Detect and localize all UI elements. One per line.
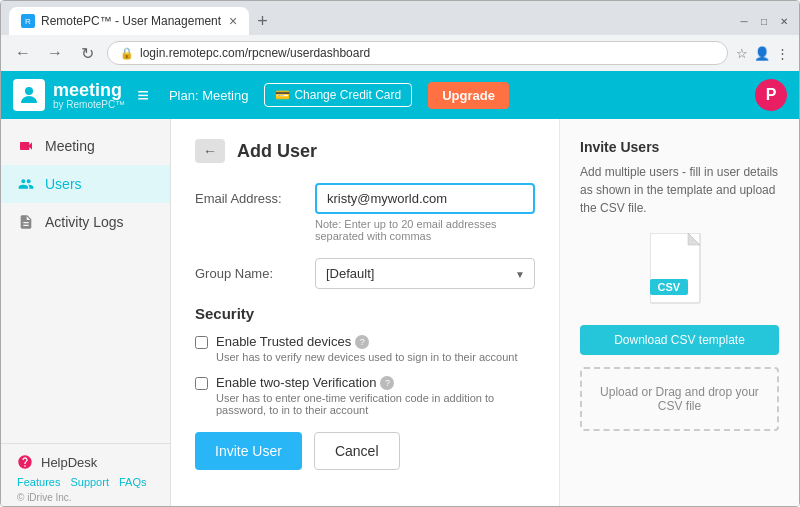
helpdesk-item[interactable]: HelpDesk [17,454,154,470]
csv-file-icon: CSV [650,233,710,311]
download-csv-button[interactable]: Download CSV template [580,325,779,355]
sidebar: Meeting Users Activity Logs [1,119,171,507]
close-window-button[interactable]: ✕ [777,14,791,28]
star-icon[interactable]: ☆ [736,46,748,61]
url-bar[interactable]: 🔒 login.remotepc.com/rpcnew/userdashboar… [107,41,728,65]
csv-icon-area: CSV [580,233,779,311]
trusted-devices-label: Enable Trusted devices ? [216,334,517,349]
window-controls: ─ □ ✕ [737,14,791,28]
hamburger-menu-button[interactable]: ≡ [137,84,149,107]
trusted-devices-content: Enable Trusted devices ? User has to ver… [216,334,517,363]
change-cc-label: Change Credit Card [294,88,401,102]
change-credit-card-button[interactable]: 💳 Change Credit Card [264,83,412,107]
menu-icon[interactable]: ⋮ [776,46,789,61]
left-panel: ← Add User Email Address: Note: Enter up… [171,119,559,507]
support-link[interactable]: Support [70,476,109,488]
activity-logs-icon [17,213,35,231]
lock-icon: 🔒 [120,47,134,60]
sidebar-item-meeting[interactable]: Meeting [1,127,170,165]
favicon-icon: R [21,14,35,28]
page-title: Add User [237,141,317,162]
trusted-devices-row: Enable Trusted devices ? User has to ver… [195,334,535,363]
right-panel: Invite Users Add multiple users - fill i… [559,119,799,507]
header-right: P [755,79,787,111]
forward-nav-button[interactable]: → [43,41,67,65]
page-header: ← Add User [195,139,535,163]
back-nav-button[interactable]: ← [11,41,35,65]
sidebar-bottom: HelpDesk Features Support FAQs © iDrive … [1,443,170,507]
trusted-devices-help-icon[interactable]: ? [355,335,369,349]
plan-info: Plan: Meeting [169,88,249,103]
main-content: ← Add User Email Address: Note: Enter up… [171,119,799,507]
features-link[interactable]: Features [17,476,60,488]
group-field-wrapper: [Default] [315,258,535,289]
new-tab-button[interactable]: + [257,11,268,32]
email-note: Note: Enter up to 20 email addresses sep… [315,218,535,242]
email-input[interactable] [315,183,535,214]
invite-user-button[interactable]: Invite User [195,432,302,470]
tab-title: RemotePC™ - User Management [41,14,221,28]
address-bar-right: ☆ 👤 ⋮ [736,46,789,61]
back-arrow-icon: ← [203,143,217,159]
two-step-desc: User has to enter one-time verification … [216,392,535,416]
minimize-button[interactable]: ─ [737,14,751,28]
email-label: Email Address: [195,183,315,206]
upgrade-button[interactable]: Upgrade [428,82,509,109]
security-section: Security Enable Trusted devices ? User h… [195,305,535,416]
group-select[interactable]: [Default] [315,258,535,289]
maximize-button[interactable]: □ [757,14,771,28]
trusted-devices-desc: User has to verify new devices used to s… [216,351,517,363]
sidebar-nav: Meeting Users Activity Logs [1,119,170,443]
meeting-icon [17,137,35,155]
footer-links: Features Support FAQs [17,476,154,488]
group-label: Group Name: [195,258,315,281]
url-text: login.remotepc.com/rpcnew/userdashboard [140,46,370,60]
two-step-help-icon[interactable]: ? [380,376,394,390]
app-body: Meeting Users Activity Logs [1,119,799,507]
security-title: Security [195,305,535,322]
browser-tab[interactable]: R RemotePC™ - User Management × [9,7,249,35]
email-form-row: Email Address: Note: Enter up to 20 emai… [195,183,535,242]
upload-area[interactable]: Upload or Drag and drop your CSV file [580,367,779,431]
two-step-row: Enable two-step Verification ? User has … [195,375,535,416]
sidebar-item-activity-logs[interactable]: Activity Logs [1,203,170,241]
invite-users-title: Invite Users [580,139,779,155]
credit-card-icon: 💳 [275,88,290,102]
upload-text: Upload or Drag and drop your CSV file [600,385,759,413]
profile-icon[interactable]: 👤 [754,46,770,61]
logo-area: meeting by RemotePC™ [13,79,125,111]
file-svg [650,233,710,308]
close-tab-button[interactable]: × [229,13,237,29]
sidebar-users-label: Users [45,176,82,192]
trusted-devices-checkbox[interactable] [195,336,208,349]
svg-point-0 [25,87,33,95]
two-step-label: Enable two-step Verification ? [216,375,535,390]
action-buttons: Invite User Cancel [195,432,535,470]
copyright-text: © iDrive Inc. [17,492,154,503]
group-form-row: Group Name: [Default] [195,258,535,289]
tab-bar: R RemotePC™ - User Management × + ─ □ ✕ [1,1,799,35]
user-avatar[interactable]: P [755,79,787,111]
app-header: meeting by RemotePC™ ≡ Plan: Meeting 💳 C… [1,71,799,119]
faqs-link[interactable]: FAQs [119,476,147,488]
logo-sub-name: by RemotePC™ [53,99,125,110]
group-select-wrapper: [Default] [315,258,535,289]
header-middle: Plan: Meeting 💳 Change Credit Card Upgra… [169,82,509,109]
refresh-button[interactable]: ↻ [75,41,99,65]
sidebar-meeting-label: Meeting [45,138,95,154]
logo-main-name: meeting [53,81,125,99]
logo-icon [13,79,45,111]
sidebar-activity-logs-label: Activity Logs [45,214,124,230]
helpdesk-label: HelpDesk [41,455,97,470]
address-bar: ← → ↻ 🔒 login.remotepc.com/rpcnew/userda… [1,35,799,71]
users-icon [17,175,35,193]
back-button[interactable]: ← [195,139,225,163]
csv-badge: CSV [650,279,689,295]
email-field-wrapper: Note: Enter up to 20 email addresses sep… [315,183,535,242]
invite-users-desc: Add multiple users - fill in user detail… [580,163,779,217]
two-step-content: Enable two-step Verification ? User has … [216,375,535,416]
two-step-checkbox[interactable] [195,377,208,390]
logo-text: meeting by RemotePC™ [53,81,125,110]
cancel-button[interactable]: Cancel [314,432,400,470]
sidebar-item-users[interactable]: Users [1,165,170,203]
